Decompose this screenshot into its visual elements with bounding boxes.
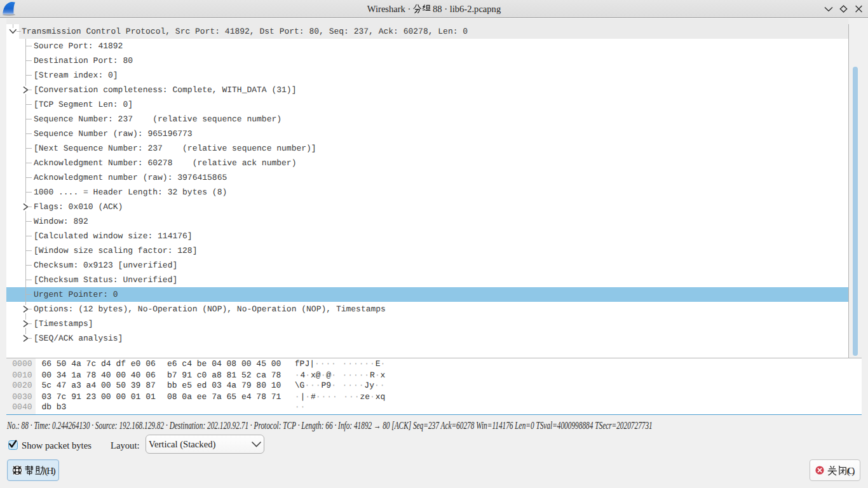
svg-text:(H): (H)	[44, 465, 55, 477]
svg-text:(C): (C)	[847, 465, 855, 477]
